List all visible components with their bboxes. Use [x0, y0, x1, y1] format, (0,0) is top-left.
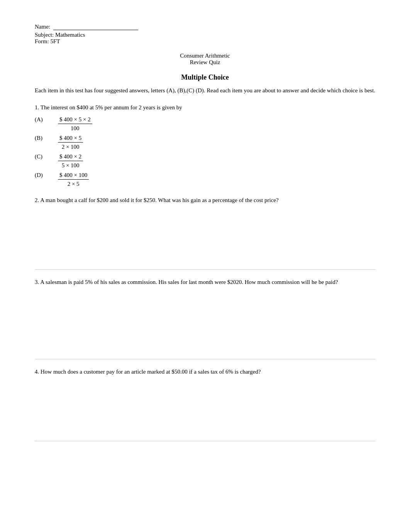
- choice-d-row: (D) $ 400 × 100 2 × 5: [35, 171, 375, 189]
- name-line: Name:: [35, 23, 375, 30]
- choice-b-row: (B) $ 400 × 5 2 × 100: [35, 134, 375, 151]
- q4-body: How much does a customer pay for an arti…: [41, 369, 261, 375]
- choice-d-fraction: $ 400 × 100 2 × 5: [58, 171, 89, 189]
- q1-choices: (A) $ 400 × 5 × 2 100 (B) $ 400 × 5 2 × …: [35, 115, 375, 189]
- choice-a-row: (A) $ 400 × 5 × 2 100: [35, 115, 375, 133]
- choice-c-row: (C) $ 400 × 2 5 × 100: [35, 152, 375, 170]
- question-2-text: 2. A man bought a calf for $200 and sold…: [35, 195, 375, 205]
- choice-c-fraction: $ 400 × 2 5 × 100: [58, 152, 83, 170]
- header-info: Name: Subject: Mathematics Form: 5FT: [35, 23, 375, 45]
- q2-number: 2.: [35, 197, 40, 203]
- choice-d-label: (D): [35, 171, 58, 180]
- choice-c-label: (C): [35, 152, 58, 161]
- subject-line: Subject: Mathematics: [35, 32, 375, 38]
- center-header: Consumer Arithmetic Review Quiz: [35, 53, 375, 66]
- choice-c-denominator: 5 × 100: [60, 161, 81, 170]
- q3-number: 3.: [35, 279, 40, 285]
- question-3-text: 3. A salesman is paid 5% of his sales as…: [35, 277, 375, 287]
- choice-a-label: (A): [35, 115, 58, 124]
- question-1: 1. The interest on $400 at 5% per annum …: [35, 103, 375, 189]
- center-title1: Consumer Arithmetic: [35, 53, 375, 59]
- q2-body: A man bought a calf for $200 and sold it…: [40, 197, 278, 203]
- form-line: Form: 5FT: [35, 38, 375, 45]
- instructions: Each item in this test has four suggeste…: [35, 86, 375, 95]
- q4-number: 4.: [35, 369, 41, 375]
- choice-b-label: (B): [35, 134, 58, 143]
- choice-a-numerator: $ 400 × 5 × 2: [58, 115, 92, 124]
- question-3: 3. A salesman is paid 5% of his sales as…: [35, 277, 375, 359]
- question-4: 4. How much does a customer pay for an a…: [35, 367, 375, 441]
- q2-answer-space: [35, 208, 375, 270]
- name-label: Name:: [35, 24, 50, 30]
- q3-answer-space: [35, 290, 375, 359]
- q1-number: 1.: [35, 104, 41, 110]
- question-1-text: 1. The interest on $400 at 5% per annum …: [35, 103, 375, 112]
- question-2: 2. A man bought a calf for $200 and sold…: [35, 195, 375, 270]
- choice-b-fraction: $ 400 × 5 2 × 100: [58, 134, 83, 151]
- name-underline: [53, 23, 138, 30]
- center-title2: Review Quiz: [35, 59, 375, 66]
- question-4-text: 4. How much does a customer pay for an a…: [35, 367, 375, 376]
- q1-body: The interest on $400 at 5% per annum for…: [41, 104, 182, 110]
- q4-answer-space: [35, 379, 375, 441]
- choice-c-numerator: $ 400 × 2: [58, 152, 83, 161]
- choice-a-denominator: 100: [69, 124, 81, 133]
- q3-body: A salesman is paid 5% of his sales as co…: [40, 279, 338, 285]
- choice-b-denominator: 2 × 100: [60, 143, 81, 151]
- choice-d-numerator: $ 400 × 100: [58, 171, 89, 180]
- choice-d-denominator: 2 × 5: [66, 180, 81, 189]
- choice-a-fraction: $ 400 × 5 × 2 100: [58, 115, 92, 133]
- section-title: Multiple Choice: [35, 73, 375, 82]
- choice-b-numerator: $ 400 × 5: [58, 134, 83, 143]
